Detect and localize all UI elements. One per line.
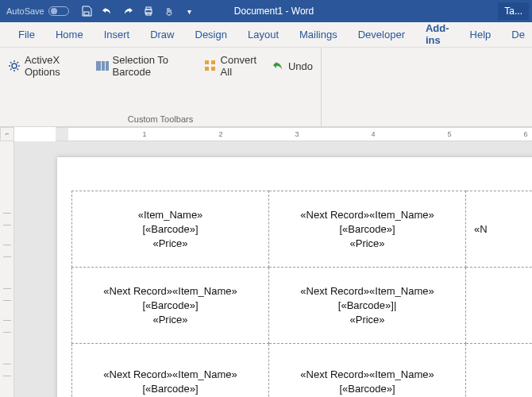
activex-options-button[interactable]: ActiveX Options [8,54,85,78]
svg-rect-7 [205,67,209,71]
tab-insert[interactable]: Insert [94,23,141,46]
redo-icon[interactable] [121,5,134,17]
undo-label: Undo [288,60,313,72]
label-cell[interactable]: «Next Record»«Item_Name» [«Barcode»]| «P… [269,268,466,344]
document-area: ✥ «Item_Name» [«Barcode»] «Price» «Next … [0,141,532,397]
convert-all-button[interactable]: Convert All [204,54,260,78]
label-cell[interactable] [466,268,532,344]
ribbon-tabs: File Home Insert Draw Design Layout Mail… [0,22,532,48]
horizontal-ruler[interactable]: 1 2 3 4 5 6 [56,127,532,141]
merge-field: [«Barcode»] [75,383,265,395]
barcode-icon [96,60,109,72]
ruler-num: 1 [142,130,146,138]
convert-all-label: Convert All [221,54,260,78]
merge-field: «Next Record»«Item_Name» [272,209,462,221]
merge-field: «Price» [75,237,265,249]
merge-field: «Next Record»«Item_Name» [75,368,265,380]
svg-rect-6 [211,60,215,64]
merge-field: «Next Record»«Item_Name» [75,285,265,297]
tab-help[interactable]: Help [460,23,502,46]
selection-to-barcode-label: Selection To Barcode [113,54,193,78]
ruler-corner: ⌐ [0,127,14,141]
table-row: «Item_Name» [«Barcode»] «Price» «Next Re… [72,191,533,268]
document-title: Document1 - Word [234,6,314,17]
quick-access-toolbar: ▾ [80,5,196,17]
merge-field: [«Barcode»] [75,223,265,235]
svg-rect-0 [84,12,89,15]
qat-customize-icon[interactable]: ▾ [183,5,196,17]
user-badge[interactable]: Ta... [498,2,529,20]
labels-table: «Item_Name» [«Barcode»] «Price» «Next Re… [71,191,532,397]
merge-field: «Item_Name» [75,209,265,221]
tab-developer[interactable]: Developer [348,23,415,46]
tab-home[interactable]: Home [45,23,94,46]
label-cell[interactable]: «Next Record»«Item_Name» [«Barcode»] [72,344,269,398]
undo-button[interactable]: Undo [272,60,313,72]
tab-design[interactable]: Design [185,23,237,46]
print-icon[interactable] [142,5,155,17]
merge-field: [«Barcode»] [272,223,462,235]
merge-field: [«Barcode»]| [272,299,462,311]
toggle-off-icon [48,6,69,16]
save-icon[interactable] [80,5,93,17]
undo-arrow-icon [272,60,284,72]
merge-field: «Price» [75,314,265,326]
svg-point-4 [12,64,17,68]
ruler-num: 2 [218,130,222,138]
tab-overflow[interactable]: De [501,23,525,46]
tab-file[interactable]: File [8,23,45,46]
merge-field: «Price» [272,237,462,249]
selection-to-barcode-button[interactable]: Selection To Barcode [96,54,193,78]
merge-field: [«Barcode»] [272,383,462,395]
activex-options-label: ActiveX Options [25,54,85,78]
label-cell[interactable]: «Next Record»«Item_Name» [«Barcode»] [269,344,466,398]
ribbon-group-label: Custom Toolbars [0,114,321,124]
label-cell[interactable]: «Next Record»«Item_Name» [«Barcode»] «Pr… [269,191,466,268]
tab-draw[interactable]: Draw [140,23,184,46]
autosave-label: AutoSave [6,6,44,16]
ribbon: ActiveX Options Selection To Barcode Con… [0,48,532,127]
ruler-num: 6 [523,130,527,138]
ruler-num: 3 [295,130,299,138]
vertical-ruler[interactable] [0,141,14,397]
label-cell[interactable]: «Item_Name» [«Barcode»] «Price» [72,191,269,268]
touch-icon[interactable] [163,5,175,17]
label-cell[interactable] [466,344,532,398]
svg-rect-5 [205,60,209,64]
merge-field: «Next Record»«Item_Name» [272,368,462,380]
merge-field: [«Barcode»] [75,299,265,311]
table-row: «Next Record»«Item_Name» [«Barcode»] «Ne… [72,344,533,398]
label-cell[interactable]: «N [466,191,532,268]
tab-mailings[interactable]: Mailings [289,23,348,46]
undo-icon[interactable] [101,5,114,17]
ruler-num: 5 [447,130,451,138]
grid-icon [204,60,217,72]
page[interactable]: «Item_Name» [«Barcode»] «Price» «Next Re… [57,157,532,397]
merge-field: «Price» [272,314,462,326]
ribbon-group-custom-toolbars: ActiveX Options Selection To Barcode Con… [0,48,322,126]
svg-rect-2 [146,7,151,10]
tab-layout[interactable]: Layout [237,23,289,46]
table-row: «Next Record»«Item_Name» [«Barcode»] «Pr… [72,268,533,344]
ruler-num: 4 [371,130,375,138]
autosave-toggle[interactable]: AutoSave [6,6,69,16]
gear-icon [8,60,21,72]
label-cell[interactable]: «Next Record»«Item_Name» [«Barcode»] «Pr… [72,268,269,344]
svg-rect-8 [211,67,215,71]
merge-field: «N [469,223,532,235]
merge-field: «Next Record»«Item_Name» [272,285,462,297]
